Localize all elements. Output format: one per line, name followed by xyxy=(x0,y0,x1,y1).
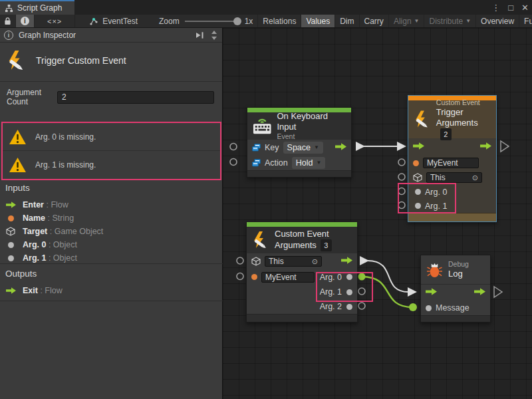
arg0-row: Arg. 0 xyxy=(408,185,496,199)
warnings-annotation-box: Arg. 0 is missing. Arg. 1 is missing. xyxy=(1,122,221,180)
object-port[interactable] xyxy=(346,304,352,310)
action-dropdown[interactable]: Hold▼ xyxy=(292,157,326,169)
flow-out-port[interactable] xyxy=(335,143,346,152)
inspector-toggle-button[interactable]: i xyxy=(16,15,35,27)
flow-in-port[interactable] xyxy=(413,142,424,152)
relations-button[interactable]: Relations xyxy=(257,15,301,27)
close-icon[interactable]: ✕ xyxy=(521,3,529,13)
object-picker-icon[interactable]: ⊙ xyxy=(472,173,478,182)
graph-toolbar: i <×> EventTest Zoom 1x Relations Values… xyxy=(0,15,532,28)
zoom-slider[interactable] xyxy=(185,21,239,22)
warning-row: Arg. 0 is missing. xyxy=(3,123,220,150)
node-custom-event[interactable]: Custom Event Arguments3 This ⊙ MyEvent xyxy=(246,221,358,323)
flow-out-port[interactable] xyxy=(341,257,352,266)
warning-icon xyxy=(9,157,27,173)
dock-panel-icon[interactable] xyxy=(195,31,205,39)
event-color-bar xyxy=(247,222,357,227)
object-port[interactable] xyxy=(346,289,352,295)
port-row-arg0: Arg. 0 : Object xyxy=(5,238,223,251)
object-picker-icon[interactable]: ⊙ xyxy=(312,257,318,266)
values-button[interactable]: Values xyxy=(301,15,334,27)
node-debug-log[interactable]: Debug Log Message xyxy=(420,255,491,323)
inspected-unit-title: Trigger Custom Event xyxy=(0,43,222,82)
target-field[interactable]: This ⊙ xyxy=(426,172,482,183)
lock-icon xyxy=(4,17,11,25)
maximize-icon[interactable]: □ xyxy=(508,3,513,13)
zoom-value: 1x xyxy=(245,17,253,26)
divider xyxy=(0,301,223,301)
panel-spinner-icon[interactable] xyxy=(210,30,218,41)
string-port-icon xyxy=(8,215,14,221)
outputs-header: Outputs xyxy=(5,269,223,279)
argument-count-row: Argument Count 2 xyxy=(0,82,222,112)
zoom-slider-handle[interactable] xyxy=(233,17,241,25)
string-port[interactable] xyxy=(251,274,257,280)
custom-event-icon xyxy=(7,51,27,70)
argument-count-field[interactable]: 2 xyxy=(57,91,214,104)
chevron-down-icon: ▼ xyxy=(466,18,471,24)
port-row-arg1: Arg. 1 : Object xyxy=(5,251,223,265)
overview-button[interactable]: Overview xyxy=(475,15,519,27)
flow-in-port[interactable] xyxy=(426,288,437,297)
port-row-enter: Enter : Flow xyxy=(5,198,223,211)
warning-icon xyxy=(9,129,27,145)
arg1-label: Arg. 1 xyxy=(320,287,342,297)
align-button[interactable]: Align▼ xyxy=(388,15,424,27)
carry-button[interactable]: Carry xyxy=(359,15,388,27)
distribute-button[interactable]: Distribute▼ xyxy=(424,15,475,27)
event-name-field[interactable]: MyEvent xyxy=(423,158,479,168)
info-icon: i xyxy=(21,17,29,25)
node-footer xyxy=(421,315,490,322)
event-name-row: MyEvent xyxy=(408,156,496,170)
flow-out-port[interactable] xyxy=(474,288,485,297)
script-graph-icon xyxy=(5,4,13,13)
inspector-header: i Graph Inspector xyxy=(0,28,222,43)
custom-event-icon xyxy=(252,231,269,249)
node-header: On Keyboard Input Event xyxy=(247,112,351,140)
string-port[interactable] xyxy=(413,160,419,166)
menu-icon[interactable]: ⋮ xyxy=(491,3,500,13)
target-field[interactable]: This ⊙ xyxy=(265,256,322,267)
chevron-down-icon: ▼ xyxy=(316,160,321,166)
object-port[interactable] xyxy=(346,274,352,280)
inputs-header: Inputs xyxy=(5,183,223,193)
object-port[interactable] xyxy=(415,189,421,195)
bug-icon xyxy=(426,262,443,278)
flow-row xyxy=(421,285,490,301)
event-name-field[interactable]: MyEvent xyxy=(261,272,315,283)
inspector-header-label: Graph Inspector xyxy=(19,31,76,40)
node-title: On Keyboard Input xyxy=(277,111,346,132)
object-port[interactable] xyxy=(415,203,421,209)
dim-button[interactable]: Dim xyxy=(334,15,358,27)
inputs-section: Inputs Enter : Flow Name : String Target… xyxy=(0,183,223,265)
graph-breadcrumb[interactable]: EventTest xyxy=(84,15,142,27)
node-title: Custom Event xyxy=(275,229,332,239)
arg0-out: Arg. 0 xyxy=(320,273,352,282)
flow-out-port[interactable] xyxy=(480,142,491,152)
node-args-line: Arguments3 xyxy=(275,239,332,251)
code-view-button[interactable]: <×> xyxy=(35,15,75,27)
node-args-line: Arguments2 xyxy=(436,118,491,140)
node-category: Debug xyxy=(448,260,469,269)
object-port[interactable] xyxy=(426,305,432,311)
target-row: This ⊙ xyxy=(408,170,496,185)
key-dropdown[interactable]: Space▼ xyxy=(283,142,323,154)
event-name-row: MyEvent Arg. 0 xyxy=(247,269,357,285)
argument-count-label: Argument Count xyxy=(7,88,57,106)
graph-canvas[interactable]: On Keyboard Input Event Key Space▼ xyxy=(223,28,532,399)
enum-icon xyxy=(252,159,261,167)
node-on-keyboard-input[interactable]: On Keyboard Input Event Key Space▼ xyxy=(247,107,352,178)
node-footer xyxy=(247,314,357,322)
node-header: Debug Log xyxy=(421,255,490,285)
node-trigger-custom-event[interactable]: Custom Event Trigger Arguments2 MyEvent xyxy=(408,95,497,222)
tab-script-graph[interactable]: Script Graph xyxy=(0,0,74,15)
zoom-label: Zoom xyxy=(159,17,180,26)
keyboard-icon xyxy=(253,117,271,135)
gameobject-cube-icon xyxy=(413,173,422,182)
warning-text: Arg. 1 is missing. xyxy=(35,160,96,170)
graph-asset-icon xyxy=(89,17,98,26)
fullscreen-button[interactable]: Full Screen xyxy=(519,15,532,27)
args-count-badge: 3 xyxy=(321,239,332,251)
lock-button[interactable] xyxy=(0,15,16,27)
arg2-label: Arg. 2 xyxy=(320,302,342,311)
